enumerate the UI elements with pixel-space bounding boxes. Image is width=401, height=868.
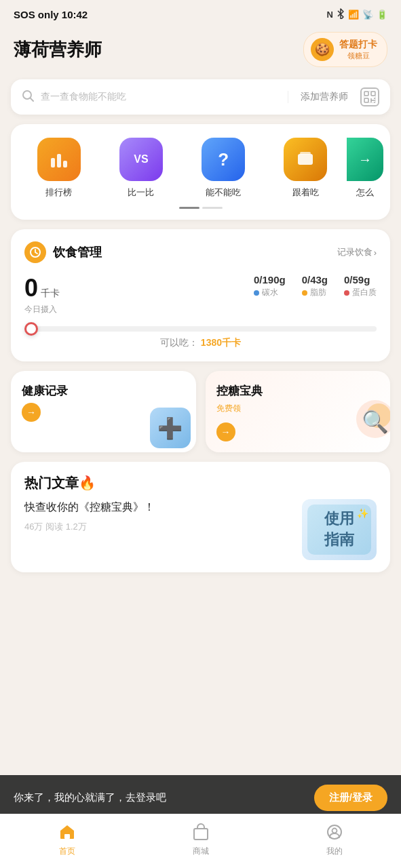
svg-rect-13 bbox=[300, 152, 311, 155]
battery-icon: 🔋 bbox=[377, 9, 387, 20]
nav-item-mine[interactable]: 我的 bbox=[324, 821, 345, 857]
carbs-label: 碳水 bbox=[254, 287, 278, 298]
nutrition-stats: 0 千卡 今日摄入 0/190g 碳水 0/43g 脂肪 0/5 bbox=[24, 274, 377, 315]
search-bar[interactable]: 查一查食物能不能吃 添加营养师 bbox=[11, 79, 390, 115]
nav-item-home[interactable]: 首页 bbox=[56, 821, 78, 857]
ranking-icon bbox=[37, 138, 81, 181]
badge-icon: 🍪 bbox=[311, 38, 334, 61]
badge-button[interactable]: 🍪 答题打卡 领糖豆 bbox=[303, 32, 387, 67]
toast-message: 你来了，我的心就满了，去登录吧 bbox=[14, 791, 166, 804]
how-icon: → bbox=[347, 138, 383, 181]
article-text-wrap: 快查收你的《控糖宝典》！ 46万 阅读 1.2万 bbox=[24, 499, 155, 533]
search-divider bbox=[288, 91, 288, 103]
badge-text-wrap: 答题打卡 领糖豆 bbox=[339, 39, 377, 61]
can-eat-info: 可以吃： 1380千卡 bbox=[24, 337, 377, 349]
health-arrow-btn[interactable]: → bbox=[22, 403, 41, 422]
nutrition-sub-items: 0/190g 碳水 0/43g 脂肪 0/59g 蛋白质 bbox=[254, 274, 377, 315]
shop-icon bbox=[190, 821, 212, 843]
progress-thumb bbox=[24, 322, 38, 336]
article-stats: 46万 阅读 1.2万 bbox=[24, 521, 155, 533]
diet-action-btn[interactable]: 记录饮食 › bbox=[337, 246, 377, 258]
status-bar: SOS only 10:42 N 📶 📡 🔋 bbox=[0, 0, 401, 25]
can-eat-value: 1380千卡 bbox=[201, 337, 241, 348]
register-button[interactable]: 注册/登录 bbox=[314, 785, 387, 811]
home-label: 首页 bbox=[59, 846, 75, 857]
articles-title: 热门文章🔥 bbox=[24, 474, 377, 492]
categories-row: 排行榜 VS 比一比 ? 能不能吃 跟着吃 bbox=[18, 138, 383, 199]
health-title: 健康记录 bbox=[22, 383, 185, 399]
calories-label: 今日摄入 bbox=[24, 304, 60, 315]
protein-value: 0/59g bbox=[344, 274, 370, 285]
category-item-caneats[interactable]: ? 能不能吃 bbox=[183, 138, 265, 199]
calorie-progress bbox=[24, 326, 377, 332]
scroll-indicator bbox=[18, 207, 383, 209]
svg-rect-9 bbox=[51, 158, 55, 167]
fat-label: 脂肪 bbox=[302, 287, 326, 298]
caneats-label: 能不能吃 bbox=[206, 186, 241, 199]
app-title: 薄荷营养师 bbox=[14, 38, 102, 62]
badge-sub-text: 领糖豆 bbox=[347, 51, 370, 61]
diet-header: 饮食管理 记录饮食 › bbox=[24, 241, 377, 263]
health-record-card[interactable]: 健康记录 → ➕ bbox=[11, 371, 196, 452]
mine-label: 我的 bbox=[326, 846, 343, 857]
bluetooth-icon bbox=[337, 8, 345, 21]
fat-item: 0/43g 脂肪 bbox=[302, 274, 328, 298]
svg-rect-12 bbox=[298, 154, 313, 165]
diet-title: 饮食管理 bbox=[53, 244, 102, 260]
status-time: SOS only 10:42 bbox=[14, 9, 88, 20]
signal-icon: 📶 bbox=[348, 9, 359, 20]
search-placeholder-text: 查一查食物能不能吃 bbox=[41, 91, 281, 103]
carbs-dot bbox=[254, 290, 259, 296]
svg-line-1 bbox=[31, 98, 33, 101]
ranking-label: 排行榜 bbox=[45, 186, 72, 199]
protein-label: 蛋白质 bbox=[344, 287, 377, 298]
svg-rect-4 bbox=[364, 98, 368, 102]
badge-main-text: 答题打卡 bbox=[339, 39, 377, 51]
nfc-icon: N bbox=[327, 9, 333, 20]
health-box-icon: ➕ bbox=[150, 408, 191, 448]
category-item-ranking[interactable]: 排行榜 bbox=[18, 138, 100, 199]
article-text: 快查收你的《控糖宝典》！ bbox=[24, 499, 155, 515]
health-illustration: ➕ bbox=[150, 408, 191, 448]
carbs-item: 0/190g 碳水 bbox=[254, 274, 286, 298]
sugar-control-card[interactable]: 控糖宝典 免费领 → 🔍 bbox=[206, 371, 391, 452]
app-header: 薄荷营养师 🍪 答题打卡 领糖豆 bbox=[0, 25, 401, 77]
svg-point-0 bbox=[23, 91, 31, 99]
svg-text:🔍: 🔍 bbox=[362, 409, 389, 435]
scroll-dot-2 bbox=[202, 207, 223, 209]
categories-section: 排行榜 VS 比一比 ? 能不能吃 跟着吃 bbox=[11, 124, 390, 220]
svg-rect-3 bbox=[371, 92, 375, 96]
category-item-compare[interactable]: VS 比一比 bbox=[100, 138, 182, 199]
category-item-how[interactable]: → 怎么 bbox=[347, 138, 383, 199]
calories-main: 0 千卡 今日摄入 bbox=[24, 274, 60, 315]
article-item[interactable]: 快查收你的《控糖宝典》！ 46万 阅读 1.2万 使用 指南 ✨ bbox=[24, 499, 377, 560]
protein-dot bbox=[344, 290, 349, 296]
diet-management-card: 饮食管理 记录饮食 › 0 千卡 今日摄入 0/190g 碳水 0/43g bbox=[11, 229, 390, 361]
svg-rect-2 bbox=[364, 92, 368, 96]
fat-value: 0/43g bbox=[302, 274, 328, 285]
nav-item-shop[interactable]: 商城 bbox=[190, 821, 212, 857]
search-icon bbox=[22, 90, 34, 105]
svg-rect-11 bbox=[63, 161, 67, 167]
fat-dot bbox=[302, 290, 307, 296]
follow-icon bbox=[284, 138, 327, 181]
hot-articles-section: 热门文章🔥 快查收你的《控糖宝典》！ 46万 阅读 1.2万 使用 指南 ✨ bbox=[11, 462, 390, 572]
add-nutritionist-btn[interactable]: 添加营养师 bbox=[295, 91, 354, 103]
category-item-follow[interactable]: 跟着吃 bbox=[265, 138, 347, 199]
scan-button[interactable] bbox=[360, 87, 379, 106]
svg-rect-10 bbox=[57, 154, 61, 167]
article-thumbnail: 使用 指南 ✨ bbox=[302, 499, 377, 560]
diet-title-wrap: 饮食管理 bbox=[24, 241, 102, 263]
progress-track bbox=[24, 326, 377, 332]
diet-icon bbox=[24, 241, 46, 263]
how-label: 怎么 bbox=[356, 186, 374, 199]
calories-value: 0 千卡 bbox=[24, 274, 60, 302]
carbs-value: 0/190g bbox=[254, 274, 286, 285]
protein-item: 0/59g 蛋白质 bbox=[344, 274, 377, 298]
sugar-arrow-btn[interactable]: → bbox=[216, 422, 235, 441]
scroll-dot-1 bbox=[179, 207, 199, 209]
svg-rect-18 bbox=[64, 834, 70, 839]
follow-label: 跟着吃 bbox=[292, 186, 319, 199]
shop-label: 商城 bbox=[193, 846, 209, 857]
mine-icon bbox=[324, 821, 345, 843]
